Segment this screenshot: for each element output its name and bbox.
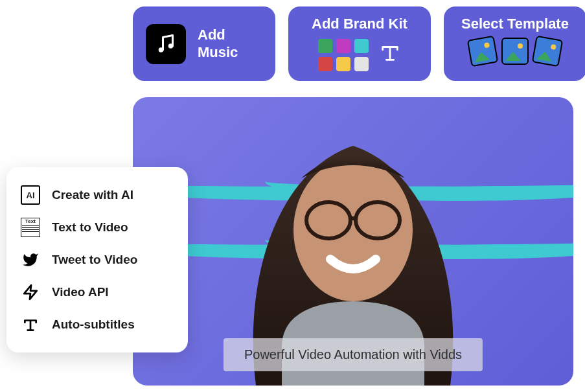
sidebar-item-auto-subtitles[interactable]: Auto-subtitles [17, 308, 178, 341]
swatch [354, 39, 369, 53]
ai-icon: AI [21, 185, 40, 205]
twitter-icon [21, 250, 40, 270]
music-icon [146, 24, 186, 64]
template-thumbnails [469, 38, 561, 65]
add-music-card[interactable]: Add Music [133, 6, 275, 81]
svg-marker-6 [24, 285, 37, 299]
sidebar-item-label: Text to Video [52, 220, 128, 235]
select-template-label: Select Template [461, 16, 569, 32]
image-icon [467, 36, 499, 67]
image-icon [532, 36, 564, 67]
type-icon [379, 41, 401, 69]
swatch [318, 39, 332, 53]
swatch [336, 39, 350, 53]
add-brand-kit-card[interactable]: Add Brand Kit [288, 6, 431, 81]
swatch [354, 57, 369, 71]
sidebar-item-text-video[interactable]: Text Text to Video [17, 211, 178, 244]
sidebar-item-label: Create with AI [52, 188, 133, 202]
select-template-card[interactable]: Select Template [444, 6, 585, 81]
swatch [336, 57, 350, 71]
text-icon: Text [21, 218, 40, 237]
hero-panel: Powerful Video Automation with Vidds [133, 97, 573, 386]
brand-swatches [318, 39, 369, 71]
bolt-icon [21, 282, 40, 302]
hero-caption: Powerful Video Automation with Vidds [224, 338, 483, 371]
sidebar-item-label: Video API [52, 285, 109, 299]
sidebar-item-label: Auto-subtitles [52, 317, 135, 332]
sidebar-item-video-api[interactable]: Video API [17, 276, 178, 308]
type-icon [21, 315, 40, 334]
svg-point-1 [168, 43, 174, 49]
swatch [318, 57, 332, 71]
sidebar-item-tweet-video[interactable]: Tweet to Video [17, 244, 178, 276]
features-sidebar: AI Create with AI Text Text to Video Twe… [6, 167, 188, 352]
sidebar-item-create-ai[interactable]: AI Create with AI [17, 179, 178, 211]
svg-point-0 [159, 47, 164, 52]
sidebar-item-label: Tweet to Video [52, 253, 137, 267]
image-icon [501, 38, 529, 65]
add-brand-kit-label: Add Brand Kit [312, 16, 407, 32]
add-music-label: Add Music [198, 27, 238, 61]
